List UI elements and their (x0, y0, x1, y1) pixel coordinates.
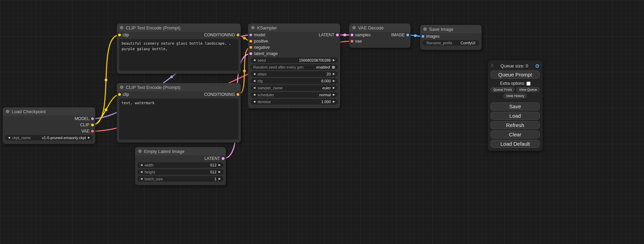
node-load-checkpoint[interactable]: Load CheckpointMODELCLIPVAE◀ckpt_namev1-… (3, 107, 95, 144)
nodes-layer: Load CheckpointMODELCLIPVAE◀ckpt_namev1-… (0, 0, 644, 244)
widget-width[interactable]: ◀width512▶ (138, 162, 223, 168)
increment-arrow-icon[interactable]: ▶ (333, 100, 335, 103)
toggle-dot[interactable] (332, 66, 335, 69)
prompt-textarea[interactable]: text, watermark (119, 99, 238, 139)
extra-options-checkbox[interactable] (527, 82, 530, 85)
widget-height[interactable]: ◀height512▶ (138, 169, 223, 175)
collapse-dot-icon[interactable] (423, 27, 427, 31)
increment-arrow-icon[interactable]: ▶ (88, 136, 90, 139)
decrement-arrow-icon[interactable]: ◀ (8, 136, 10, 139)
input-slot-label: model (254, 33, 265, 37)
widget-steps[interactable]: ◀steps20▶ (250, 71, 338, 77)
increment-arrow-icon[interactable]: ▶ (333, 73, 335, 75)
increment-arrow-icon[interactable]: ▶ (333, 87, 335, 89)
load-button[interactable]: Load (491, 112, 540, 120)
widget-sampler_name[interactable]: ◀sampler_nameeuler▶ (250, 85, 338, 91)
node-titlebar[interactable]: KSampler (248, 24, 340, 32)
extra-options-row: Extra options (491, 81, 540, 86)
clear-button[interactable]: Clear (491, 130, 540, 138)
node-body: clipCONDITIONINGbeautiful scenery nature… (117, 32, 241, 74)
widget-value: 20 (327, 72, 331, 76)
node-clip-encode-negative[interactable]: CLIP Text Encode (Prompt)clipCONDITIONIN… (117, 83, 241, 143)
collapse-dot-icon[interactable] (120, 85, 123, 89)
slot-positive-input[interactable] (249, 40, 252, 43)
save-button[interactable]: Save (491, 102, 540, 110)
slot-VAE-output[interactable] (91, 130, 94, 133)
input-slot-label: clip (123, 33, 129, 37)
decrement-arrow-icon[interactable]: ◀ (140, 171, 142, 173)
widget-value: euler (322, 86, 330, 90)
increment-arrow-icon[interactable]: ▶ (333, 59, 335, 62)
widget-batch_size[interactable]: ◀batch_size1▶ (138, 176, 223, 182)
slot-latent_image-input[interactable] (249, 52, 252, 55)
queue-front-button[interactable]: Queue Front (491, 87, 514, 92)
refresh-button[interactable]: Refresh (491, 121, 540, 129)
collapse-dot-icon[interactable] (138, 150, 142, 153)
node-titlebar[interactable]: Load Checkpoint (3, 107, 95, 116)
slot-LATENT-output[interactable] (336, 34, 339, 36)
node-clip-encode-positive[interactable]: CLIP Text Encode (Prompt)clipCONDITIONIN… (117, 24, 241, 74)
widget-cfg[interactable]: ◀cfg8.000▶ (250, 78, 338, 84)
widget-scheduler[interactable]: ◀schedulernormal▶ (250, 92, 338, 98)
decrement-arrow-icon[interactable]: ◀ (253, 100, 255, 103)
increment-arrow-icon[interactable]: ▶ (333, 80, 335, 82)
queue-prompt-button[interactable]: Queue Prompt (491, 71, 540, 79)
view-queue-button[interactable]: View Queue (516, 87, 540, 92)
node-titlebar[interactable]: CLIP Text Encode (Prompt) (117, 83, 241, 91)
collapse-dot-icon[interactable] (251, 26, 255, 29)
drag-handle-icon[interactable]: ⠿ (491, 63, 494, 68)
widget-label: Random seed after every gen (253, 65, 303, 69)
increment-arrow-icon[interactable]: ▶ (219, 178, 221, 180)
slot-model-input[interactable] (249, 34, 252, 36)
decrement-arrow-icon[interactable]: ◀ (140, 164, 142, 166)
prompt-textarea[interactable]: beautiful scenery nature glass bottle la… (119, 39, 238, 71)
decrement-arrow-icon[interactable]: ◀ (253, 87, 255, 89)
slot-CLIP-output[interactable] (91, 124, 94, 126)
node-titlebar[interactable]: Save Image (420, 25, 482, 33)
load-default-button[interactable]: Load Default (491, 140, 540, 148)
collapse-dot-icon[interactable] (120, 26, 123, 29)
increment-arrow-icon[interactable]: ▶ (333, 93, 335, 96)
widget-value: 1 (214, 177, 217, 181)
slot-samples-input[interactable] (351, 34, 353, 36)
slot-row: clipCONDITIONING (117, 32, 241, 38)
widget-filename_prefix[interactable]: filename_prefixComfyUI (423, 40, 479, 46)
slot-clip-input[interactable] (118, 34, 121, 36)
slot-vae-input[interactable] (351, 40, 353, 43)
node-save-image[interactable]: Save Imageimagesfilename_prefixComfyUI (420, 25, 482, 50)
widget-Random seed after every gen[interactable]: Random seed after every genenabled (250, 64, 338, 70)
slot-negative-input[interactable] (249, 46, 252, 49)
widget-ckpt_name[interactable]: ◀ckpt_namev1-5-pruned-emaonly.ckpt▶ (5, 135, 93, 141)
slot-clip-input[interactable] (118, 93, 121, 96)
increment-arrow-icon[interactable]: ▶ (219, 171, 221, 173)
slot-IMAGE-output[interactable] (406, 34, 409, 36)
node-title-label: Empty Latent Image (144, 149, 184, 154)
node-ksampler[interactable]: KSamplermodelLATENTpositivenegativelaten… (248, 24, 340, 108)
slot-MODEL-output[interactable] (91, 117, 94, 120)
node-title-label: CLIP Text Encode (Prompt) (126, 85, 180, 90)
node-titlebar[interactable]: CLIP Text Encode (Prompt) (117, 24, 241, 32)
widget-seed[interactable]: ◀seed156680208700286▶ (250, 57, 338, 63)
slot-LATENT-output[interactable] (222, 157, 224, 160)
node-vae-decode[interactable]: VAE DecodesamplesIMAGEvae (349, 24, 411, 48)
decrement-arrow-icon[interactable]: ◀ (253, 59, 255, 62)
node-titlebar[interactable]: Empty Latent Image (135, 147, 226, 155)
menu-header: ⠿ Queue size: 0 ⚙ (491, 62, 540, 69)
decrement-arrow-icon[interactable]: ◀ (253, 93, 255, 96)
slot-CONDITIONING-output[interactable] (237, 93, 239, 96)
settings-gear-icon[interactable]: ⚙ (535, 63, 540, 69)
node-empty-latent[interactable]: Empty Latent ImageLATENT◀width512▶◀heigh… (135, 147, 226, 185)
decrement-arrow-icon[interactable]: ◀ (140, 178, 142, 180)
collapse-dot-icon[interactable] (352, 26, 356, 29)
decrement-arrow-icon[interactable]: ◀ (253, 80, 255, 82)
node-titlebar[interactable]: VAE Decode (349, 24, 411, 32)
slot-CONDITIONING-output[interactable] (237, 34, 239, 36)
increment-arrow-icon[interactable]: ▶ (219, 164, 221, 166)
output-slot-label: MODEL (74, 116, 89, 121)
widget-denoise[interactable]: ◀denoise1.000▶ (250, 99, 338, 105)
decrement-arrow-icon[interactable]: ◀ (253, 73, 255, 75)
view-history-button[interactable]: View History (503, 93, 527, 98)
slot-images-input[interactable] (422, 35, 424, 38)
collapse-dot-icon[interactable] (6, 110, 9, 113)
node-graph-canvas[interactable]: Load CheckpointMODELCLIPVAE◀ckpt_namev1-… (0, 0, 644, 244)
